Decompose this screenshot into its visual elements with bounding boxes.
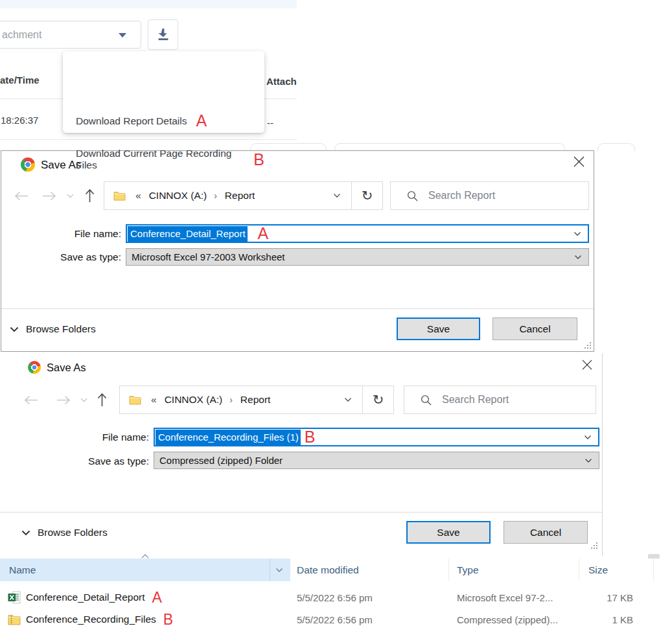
forward-button[interactable] (56, 386, 71, 414)
save-as-type-label: Save as type: (1, 251, 121, 263)
chevron-down-icon (333, 193, 341, 198)
chevron-down-icon (21, 530, 30, 536)
column-header-date-modified[interactable]: Date modified (297, 559, 359, 581)
up-button[interactable] (85, 181, 95, 210)
forward-icon (56, 395, 71, 405)
search-icon (420, 394, 432, 406)
chevron-down-icon (10, 327, 19, 332)
cancel-button[interactable]: Cancel (504, 521, 588, 544)
chevron-down-icon (574, 255, 582, 260)
breadcrumb-folder[interactable]: Report (225, 190, 255, 202)
forward-button[interactable] (42, 181, 56, 210)
up-icon (85, 189, 95, 203)
table-cell-attach: -- (267, 117, 273, 128)
close-button[interactable] (582, 360, 592, 373)
table-divider (0, 139, 297, 140)
menu-item-download-recording-files[interactable]: Download Current Page Recording Files B (76, 148, 264, 171)
browse-folders-toggle[interactable]: Browse Folders (10, 323, 96, 335)
refresh-button[interactable]: ↻ (362, 386, 393, 413)
menu-item-label: Download Report Details (76, 115, 187, 127)
search-box[interactable] (390, 181, 589, 210)
save-button[interactable]: Save (406, 521, 491, 544)
up-icon (97, 393, 107, 407)
file-name-selected-text: Conference_Recording_Files (1) (156, 430, 301, 445)
breadcrumb-ellipsis[interactable]: « (135, 190, 141, 202)
file-type: Compressed (zipped)... (457, 608, 558, 630)
folder-icon (129, 395, 141, 405)
column-header-name[interactable]: Name (0, 559, 290, 581)
explorer-header: Name Date modified Type Size (0, 559, 672, 581)
attachment-select[interactable]: achment (0, 21, 141, 49)
chevron-down-icon (67, 194, 74, 198)
chevron-down-icon (344, 397, 352, 402)
file-name-selected-text: Conference_Detail_Report (128, 226, 248, 242)
column-divider[interactable] (579, 559, 579, 581)
dialog-title: Save As (47, 362, 86, 374)
file-name: Conference_Recording_Files (26, 614, 156, 625)
file-name-input[interactable]: Conference_Recording_Files (1) B (154, 428, 599, 446)
recent-locations-button[interactable] (67, 181, 74, 210)
chrome-icon (28, 361, 41, 374)
save-button[interactable]: Save (397, 318, 480, 340)
menu-item-download-report-details[interactable]: Download Report Details A (76, 113, 207, 129)
breadcrumb-folder[interactable]: Report (240, 394, 271, 406)
save-as-type-select[interactable]: Microsoft Excel 97-2003 Worksheet (126, 248, 589, 266)
file-date-modified: 5/5/2022 6:56 pm (297, 586, 373, 608)
folder-icon (113, 190, 126, 201)
download-icon (156, 27, 171, 43)
save-as-dialog-b: Save As (0, 353, 603, 556)
download-button[interactable] (148, 19, 178, 50)
breadcrumb-ellipsis[interactable]: « (151, 394, 157, 406)
address-bar[interactable]: « CINNOX (A:) › Report ↻ (119, 386, 394, 414)
file-date-modified: 5/5/2022 6:56 pm (297, 608, 373, 630)
resize-grip[interactable] (585, 342, 592, 349)
column-divider[interactable] (448, 559, 449, 581)
annotation-letter-b: B (305, 429, 316, 445)
resize-grip[interactable] (591, 542, 598, 549)
file-name: Conference_Detail_Report (26, 592, 145, 603)
excel-file-icon (8, 591, 21, 604)
back-button[interactable] (24, 386, 38, 414)
save-as-type-select[interactable]: Compressed (zipped) Folder (154, 452, 599, 469)
address-dropdown-button[interactable] (334, 397, 362, 402)
file-row-recording-files[interactable]: Conference_Recording_Files B 5/5/2022 6:… (0, 608, 672, 630)
breadcrumb-drive[interactable]: CINNOX (A:) (165, 394, 223, 406)
dialog-nav-row: « CINNOX (A:) › Report ↻ (1, 181, 594, 210)
column-divider[interactable] (653, 559, 654, 581)
annotation-letter-b: B (163, 612, 173, 627)
up-button[interactable] (97, 386, 107, 414)
chevron-down-icon[interactable] (584, 435, 592, 440)
column-filter-divider (270, 559, 270, 581)
address-bar[interactable]: « CINNOX (A:) › Report ↻ (104, 181, 383, 210)
file-row-detail-report[interactable]: Conference_Detail_Report A 5/5/2022 6:56… (0, 586, 672, 608)
file-name-input[interactable]: Conference_Detail_Report A (126, 224, 589, 243)
browse-folders-toggle[interactable]: Browse Folders (21, 527, 108, 538)
filter-chevron-icon[interactable] (275, 568, 283, 573)
save-button-label: Save (427, 323, 450, 335)
browse-folders-label: Browse Folders (38, 527, 108, 538)
back-icon (14, 191, 29, 201)
chevron-down-icon[interactable] (574, 231, 581, 237)
search-input[interactable] (428, 190, 588, 202)
column-header-size[interactable]: Size (588, 559, 608, 581)
save-as-type-value: Compressed (zipped) Folder (159, 455, 283, 466)
back-button[interactable] (14, 181, 29, 210)
breadcrumb: « CINNOX (A:) › Report (104, 182, 351, 209)
search-input[interactable] (442, 394, 596, 406)
cancel-button-label: Cancel (519, 323, 550, 335)
cancel-button[interactable]: Cancel (492, 318, 577, 340)
close-button[interactable] (574, 156, 585, 170)
search-box[interactable] (404, 386, 596, 414)
browse-folders-label: Browse Folders (26, 323, 96, 335)
recent-locations-button[interactable] (80, 386, 87, 414)
column-header-type[interactable]: Type (457, 559, 479, 581)
address-dropdown-button[interactable] (323, 193, 351, 198)
annotation-letter-b: B (253, 152, 264, 168)
refresh-button[interactable]: ↻ (351, 182, 382, 209)
file-explorer: Name Date modified Type Size (0, 559, 672, 635)
sort-ascending-icon (141, 554, 149, 559)
download-dropdown-menu: Download Report Details A Download Curre… (63, 51, 264, 133)
file-name-label: File name: (1, 228, 121, 240)
cancel-button-label: Cancel (530, 527, 561, 538)
breadcrumb-drive[interactable]: CINNOX (A:) (149, 190, 207, 202)
